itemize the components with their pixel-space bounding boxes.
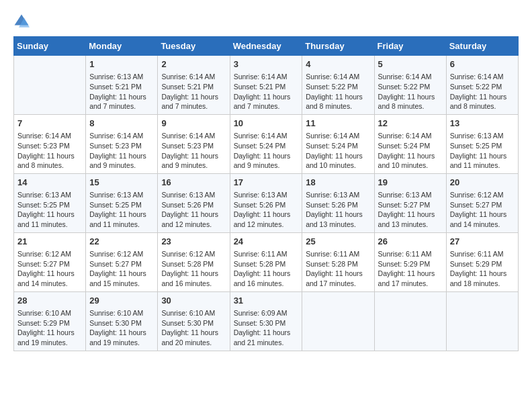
day-number: 14	[17, 177, 82, 189]
calendar-week-row: 28Sunrise: 6:10 AMSunset: 5:29 PMDayligh…	[14, 291, 519, 351]
day-number: 23	[161, 236, 226, 248]
day-number: 16	[161, 177, 226, 189]
day-info: Sunrise: 6:14 AMSunset: 5:21 PMDaylight:…	[234, 72, 299, 111]
calendar-day-cell: 13Sunrise: 6:13 AMSunset: 5:25 PMDayligh…	[446, 114, 518, 173]
weekday-header: Monday	[86, 37, 158, 56]
day-info: Sunrise: 6:14 AMSunset: 5:23 PMDaylight:…	[89, 131, 154, 171]
calendar-day-cell: 16Sunrise: 6:13 AMSunset: 5:26 PMDayligh…	[158, 173, 230, 232]
day-number: 9	[161, 118, 226, 130]
day-number: 25	[306, 236, 370, 248]
day-number: 24	[234, 236, 299, 248]
day-info: Sunrise: 6:10 AMSunset: 5:29 PMDaylight:…	[17, 308, 82, 348]
calendar-day-cell: 4Sunrise: 6:14 AMSunset: 5:22 PMDaylight…	[302, 56, 374, 115]
day-info: Sunrise: 6:14 AMSunset: 5:22 PMDaylight:…	[450, 72, 515, 111]
day-info: Sunrise: 6:09 AMSunset: 5:30 PMDaylight:…	[234, 308, 299, 348]
day-number: 15	[89, 177, 154, 189]
calendar-day-cell: 6Sunrise: 6:14 AMSunset: 5:22 PMDaylight…	[446, 56, 518, 115]
header	[13, 13, 519, 30]
calendar-day-cell: 3Sunrise: 6:14 AMSunset: 5:21 PMDaylight…	[230, 56, 302, 115]
day-info: Sunrise: 6:14 AMSunset: 5:24 PMDaylight:…	[234, 131, 299, 171]
calendar-day-cell: 17Sunrise: 6:13 AMSunset: 5:26 PMDayligh…	[230, 173, 302, 232]
calendar-day-cell: 31Sunrise: 6:09 AMSunset: 5:30 PMDayligh…	[230, 291, 302, 351]
day-number: 26	[378, 236, 443, 248]
day-number: 8	[89, 118, 154, 130]
day-info: Sunrise: 6:11 AMSunset: 5:28 PMDaylight:…	[234, 249, 299, 289]
calendar-day-cell: 10Sunrise: 6:14 AMSunset: 5:24 PMDayligh…	[230, 114, 302, 173]
day-info: Sunrise: 6:13 AMSunset: 5:26 PMDaylight:…	[234, 190, 299, 230]
calendar-day-cell: 27Sunrise: 6:11 AMSunset: 5:29 PMDayligh…	[446, 232, 518, 291]
day-info: Sunrise: 6:12 AMSunset: 5:27 PMDaylight:…	[450, 190, 515, 230]
day-number: 12	[378, 118, 443, 130]
day-number: 13	[450, 118, 515, 130]
calendar-day-cell: 9Sunrise: 6:14 AMSunset: 5:23 PMDaylight…	[158, 114, 230, 173]
weekday-header: Thursday	[302, 37, 374, 56]
day-info: Sunrise: 6:14 AMSunset: 5:23 PMDaylight:…	[17, 131, 82, 171]
calendar-day-cell: 11Sunrise: 6:14 AMSunset: 5:24 PMDayligh…	[302, 114, 374, 173]
calendar-day-cell: 12Sunrise: 6:14 AMSunset: 5:24 PMDayligh…	[374, 114, 446, 173]
day-info: Sunrise: 6:12 AMSunset: 5:27 PMDaylight:…	[17, 249, 82, 289]
calendar-day-cell: 1Sunrise: 6:13 AMSunset: 5:21 PMDaylight…	[86, 56, 158, 115]
logo-icon	[13, 13, 30, 30]
day-info: Sunrise: 6:13 AMSunset: 5:21 PMDaylight:…	[89, 72, 154, 111]
calendar-day-cell: 5Sunrise: 6:14 AMSunset: 5:22 PMDaylight…	[374, 56, 446, 115]
day-info: Sunrise: 6:13 AMSunset: 5:25 PMDaylight:…	[89, 190, 154, 230]
day-number: 11	[306, 118, 370, 130]
calendar-day-cell: 19Sunrise: 6:13 AMSunset: 5:27 PMDayligh…	[374, 173, 446, 232]
day-info: Sunrise: 6:14 AMSunset: 5:21 PMDaylight:…	[161, 72, 226, 111]
calendar-week-row: 7Sunrise: 6:14 AMSunset: 5:23 PMDaylight…	[14, 114, 519, 173]
day-number: 4	[306, 58, 370, 71]
calendar-table: SundayMondayTuesdayWednesdayThursdayFrid…	[13, 36, 519, 351]
day-info: Sunrise: 6:13 AMSunset: 5:27 PMDaylight:…	[378, 190, 443, 230]
day-info: Sunrise: 6:11 AMSunset: 5:29 PMDaylight:…	[378, 249, 443, 289]
day-info: Sunrise: 6:14 AMSunset: 5:24 PMDaylight:…	[306, 131, 370, 171]
calendar-header: SundayMondayTuesdayWednesdayThursdayFrid…	[14, 37, 519, 56]
calendar-day-cell: 20Sunrise: 6:12 AMSunset: 5:27 PMDayligh…	[446, 173, 518, 232]
calendar-week-row: 21Sunrise: 6:12 AMSunset: 5:27 PMDayligh…	[14, 232, 519, 291]
day-number: 18	[306, 177, 370, 189]
day-info: Sunrise: 6:14 AMSunset: 5:22 PMDaylight:…	[306, 72, 370, 111]
calendar-day-cell: 21Sunrise: 6:12 AMSunset: 5:27 PMDayligh…	[14, 232, 86, 291]
day-info: Sunrise: 6:14 AMSunset: 5:24 PMDaylight:…	[378, 131, 443, 171]
day-info: Sunrise: 6:13 AMSunset: 5:26 PMDaylight:…	[306, 190, 370, 230]
day-info: Sunrise: 6:12 AMSunset: 5:27 PMDaylight:…	[89, 249, 154, 289]
calendar-day-cell: 22Sunrise: 6:12 AMSunset: 5:27 PMDayligh…	[86, 232, 158, 291]
calendar-day-cell	[374, 291, 446, 351]
day-info: Sunrise: 6:14 AMSunset: 5:22 PMDaylight:…	[378, 72, 443, 111]
day-number: 10	[234, 118, 299, 130]
weekday-header: Saturday	[446, 37, 518, 56]
logo	[13, 13, 32, 30]
day-number: 29	[89, 295, 154, 307]
day-number: 27	[450, 236, 515, 248]
day-number: 5	[378, 58, 443, 71]
day-number: 21	[17, 236, 82, 248]
day-info: Sunrise: 6:13 AMSunset: 5:25 PMDaylight:…	[17, 190, 82, 230]
day-number: 31	[234, 295, 299, 307]
calendar-day-cell	[446, 291, 518, 351]
day-info: Sunrise: 6:13 AMSunset: 5:26 PMDaylight:…	[161, 190, 226, 230]
calendar-day-cell: 8Sunrise: 6:14 AMSunset: 5:23 PMDaylight…	[86, 114, 158, 173]
calendar-day-cell: 15Sunrise: 6:13 AMSunset: 5:25 PMDayligh…	[86, 173, 158, 232]
calendar-day-cell: 29Sunrise: 6:10 AMSunset: 5:30 PMDayligh…	[86, 291, 158, 351]
calendar-day-cell	[302, 291, 374, 351]
weekday-header: Wednesday	[230, 37, 302, 56]
day-info: Sunrise: 6:11 AMSunset: 5:28 PMDaylight:…	[306, 249, 370, 289]
calendar-day-cell	[14, 56, 86, 115]
weekday-header: Sunday	[14, 37, 86, 56]
day-number: 28	[17, 295, 82, 307]
calendar-day-cell: 23Sunrise: 6:12 AMSunset: 5:28 PMDayligh…	[158, 232, 230, 291]
day-number: 17	[234, 177, 299, 189]
calendar-day-cell: 14Sunrise: 6:13 AMSunset: 5:25 PMDayligh…	[14, 173, 86, 232]
calendar-day-cell: 30Sunrise: 6:10 AMSunset: 5:30 PMDayligh…	[158, 291, 230, 351]
calendar-day-cell: 7Sunrise: 6:14 AMSunset: 5:23 PMDaylight…	[14, 114, 86, 173]
calendar-day-cell: 25Sunrise: 6:11 AMSunset: 5:28 PMDayligh…	[302, 232, 374, 291]
day-number: 19	[378, 177, 443, 189]
day-number: 7	[17, 118, 82, 130]
day-info: Sunrise: 6:11 AMSunset: 5:29 PMDaylight:…	[450, 249, 515, 289]
day-number: 30	[161, 295, 226, 307]
calendar-day-cell: 2Sunrise: 6:14 AMSunset: 5:21 PMDaylight…	[158, 56, 230, 115]
day-number: 6	[450, 58, 515, 71]
calendar-day-cell: 26Sunrise: 6:11 AMSunset: 5:29 PMDayligh…	[374, 232, 446, 291]
weekday-row: SundayMondayTuesdayWednesdayThursdayFrid…	[14, 37, 519, 56]
day-number: 3	[234, 58, 299, 71]
calendar-day-cell: 28Sunrise: 6:10 AMSunset: 5:29 PMDayligh…	[14, 291, 86, 351]
